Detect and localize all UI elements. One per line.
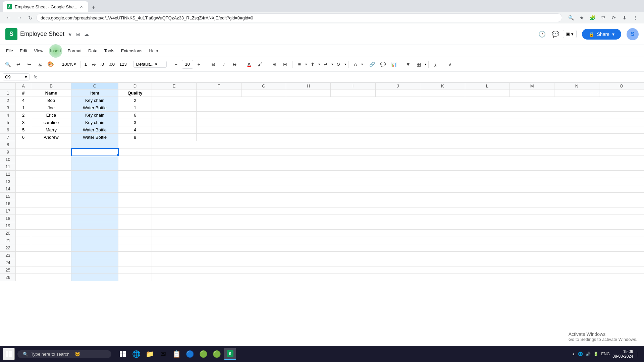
font-decrease-button[interactable]: −: [171, 60, 181, 69]
menu-format[interactable]: Format: [64, 46, 85, 55]
taskbar-chrome[interactable]: 🟢: [197, 348, 209, 360]
address-bar[interactable]: docs.google.com/spreadsheets/d/1W4eUTINk…: [36, 13, 562, 22]
col-header-k[interactable]: K: [420, 83, 465, 89]
cell-n1[interactable]: [554, 89, 599, 97]
borders-button[interactable]: ⊞: [269, 60, 279, 69]
chart-button[interactable]: 📊: [389, 60, 399, 69]
forward-button[interactable]: →: [15, 13, 24, 22]
cell-d3[interactable]: 1: [118, 104, 152, 112]
menu-data[interactable]: Data: [85, 46, 101, 55]
cell-h1[interactable]: [286, 89, 331, 97]
col-header-a[interactable]: A: [16, 83, 31, 89]
cell-c4[interactable]: Key chain: [71, 112, 118, 119]
taskbar-mail[interactable]: ✉: [157, 348, 169, 360]
strikethrough-button[interactable]: S: [230, 60, 240, 69]
col-header-h[interactable]: H: [286, 83, 331, 89]
menu-insert[interactable]: Insert: [47, 46, 64, 55]
row-num-2[interactable]: 2: [0, 97, 16, 104]
taskbar-task-view[interactable]: [117, 348, 129, 360]
extension-button[interactable]: 🧩: [588, 13, 597, 22]
profile-button[interactable]: ⟳: [609, 13, 619, 22]
menu-button[interactable]: ⋮: [631, 13, 640, 22]
cell-d4[interactable]: 6: [118, 112, 152, 119]
cell-b2[interactable]: Bob: [31, 97, 71, 104]
cell-b9[interactable]: [31, 148, 71, 156]
cell-e5[interactable]: [152, 119, 197, 126]
cell-a8[interactable]: [16, 141, 31, 148]
link-button[interactable]: 🔗: [367, 60, 377, 69]
cell-a9[interactable]: [16, 148, 31, 156]
text-color-button[interactable]: A: [244, 60, 254, 69]
zoom-selector[interactable]: 100% ▾: [60, 61, 78, 67]
close-tab-button[interactable]: ×: [80, 4, 83, 9]
cell-e6[interactable]: [152, 126, 197, 134]
col-header-o[interactable]: O: [599, 83, 644, 89]
taskbar-clock[interactable]: 19:09 08-08-2024: [612, 349, 633, 359]
cell-c6[interactable]: Water Bottle: [71, 126, 118, 134]
cell-i1[interactable]: [331, 89, 375, 97]
cell-b6[interactable]: Marry: [31, 126, 71, 134]
star-button[interactable]: ★: [67, 31, 73, 38]
font-format-selector[interactable]: Default... ▾: [133, 61, 167, 68]
font-increase-button[interactable]: +: [194, 60, 204, 69]
taskbar-app7[interactable]: 🟢: [211, 348, 223, 360]
menu-file[interactable]: File: [3, 46, 16, 55]
cloud-status-button[interactable]: ☁: [84, 31, 90, 38]
text-wrap-button[interactable]: ↵: [321, 60, 331, 69]
taskbar-app4[interactable]: 📋: [170, 348, 182, 360]
extension2-button[interactable]: 🛡: [598, 13, 608, 22]
start-button[interactable]: [3, 348, 15, 360]
taskbar-search[interactable]: 🔍 Type here to search 🐱: [17, 350, 111, 358]
cell-d2[interactable]: 2: [118, 97, 152, 104]
wrap-arrow[interactable]: ▾: [331, 62, 333, 66]
col-header-g[interactable]: G: [241, 83, 286, 89]
merge-button[interactable]: ⊟: [280, 60, 290, 69]
menu-tools[interactable]: Tools: [101, 46, 117, 55]
currency-button[interactable]: £: [83, 61, 89, 67]
cell-l1[interactable]: [465, 89, 509, 97]
cell-e4[interactable]: [152, 112, 197, 119]
cell-a1[interactable]: #: [16, 89, 31, 97]
rotate-arrow[interactable]: ▾: [344, 62, 346, 66]
col-header-l[interactable]: L: [465, 83, 509, 89]
cell-d6[interactable]: 4: [118, 126, 152, 134]
cell-g1[interactable]: [241, 89, 286, 97]
share-button[interactable]: 🔒 Share ▾: [582, 29, 621, 40]
format-123[interactable]: 123: [117, 61, 129, 67]
row-num-4[interactable]: 4: [0, 112, 16, 119]
menu-extensions[interactable]: Extensions: [118, 46, 146, 55]
italic-button[interactable]: I: [219, 60, 229, 69]
language-indicator[interactable]: ENG: [601, 352, 610, 356]
cell-b5[interactable]: caroline: [31, 119, 71, 126]
cell-o1[interactable]: [599, 89, 644, 97]
filter-button[interactable]: ▼: [403, 60, 413, 69]
taskbar-app5[interactable]: 🔵: [184, 348, 196, 360]
comment-button[interactable]: 💬: [378, 60, 388, 69]
profile-avatar[interactable]: S: [627, 28, 639, 40]
cell-c2[interactable]: Key chain: [71, 97, 118, 104]
col-header-d[interactable]: D: [118, 83, 152, 89]
cell-a5[interactable]: 3: [16, 119, 31, 126]
dec-left-button[interactable]: .0: [98, 61, 106, 67]
bookmark-button[interactable]: ★: [577, 13, 586, 22]
taskbar-edge[interactable]: 🌐: [130, 348, 142, 360]
cell-a4[interactable]: 2: [16, 112, 31, 119]
cell-c1[interactable]: Item: [71, 89, 118, 97]
taskbar-explorer[interactable]: 📁: [144, 348, 156, 360]
cell-b7[interactable]: Andrew: [31, 134, 71, 141]
row-num-1[interactable]: 1: [0, 89, 16, 97]
zoom-button[interactable]: 🔍: [566, 13, 576, 22]
col-header-b[interactable]: B: [31, 83, 71, 89]
filter-view-button[interactable]: ▦: [414, 60, 424, 69]
menu-view[interactable]: View: [31, 46, 47, 55]
color2-arrow[interactable]: ▾: [361, 62, 363, 66]
taskbar-sheets-active[interactable]: S: [224, 348, 236, 360]
bold-button[interactable]: B: [208, 60, 218, 69]
col-header-c[interactable]: C: [71, 83, 118, 89]
menu-edit[interactable]: Edit: [16, 46, 31, 55]
cell-b8[interactable]: [31, 141, 71, 148]
active-tab[interactable]: S Employee Sheet - Google She... ×: [3, 1, 88, 12]
comments-button[interactable]: 💬: [549, 28, 561, 40]
cell-d9[interactable]: [118, 148, 152, 156]
cell-c9[interactable]: [71, 148, 118, 156]
